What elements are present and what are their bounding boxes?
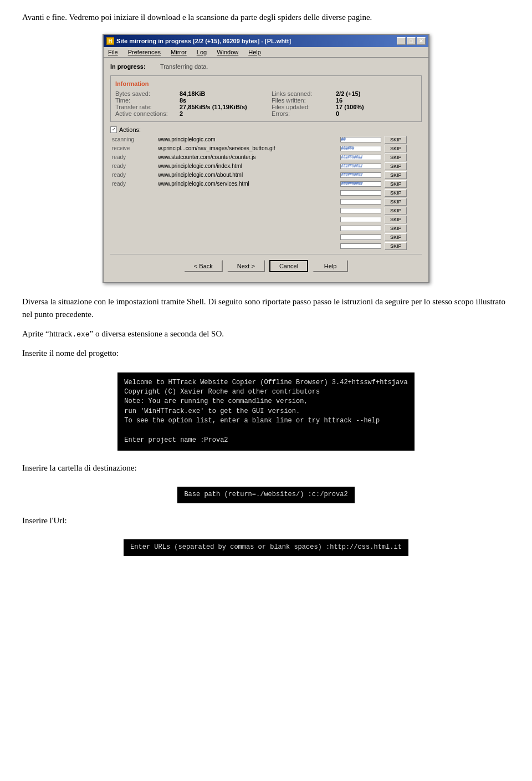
progress-bar-cell [339,242,383,251]
menu-log[interactable]: Log [195,48,209,56]
dialog-footer: < Back Next > Cancel Help [110,254,422,277]
table-row: ready www.principlelogic.com/about.html … [110,171,422,180]
status-cell: ready [110,153,156,162]
menu-file[interactable]: File [106,48,120,56]
url-cell: www.principlelogic.com/services.html [156,180,339,188]
dialog-content: In progress: Transferring data. Informat… [104,58,428,282]
skip-button[interactable]: SKIP [385,171,407,179]
progress-bar-cell: ########## [339,180,383,188]
info-row-files-written: Files written: 16 [272,97,417,104]
skip-cell: SKIP [383,197,422,206]
url-cell [156,242,339,251]
terminal1-container: Welcome to HTTrack Website Copier (Offli… [22,367,510,457]
bytes-val: 84,18KiB [180,90,205,97]
section2-para3: Aprite “httrack.exe” o diversa estension… [22,328,510,340]
titlebar-left: H Site mirroring in progress [2/2 (+15),… [106,37,291,45]
status-cell: ready [110,180,156,188]
menu-mirror[interactable]: Mirror [168,48,189,56]
cancel-button[interactable]: Cancel [269,260,308,272]
files-updated-val: 17 (106%) [336,104,364,110]
transfer-key: Transfer rate: [115,104,176,110]
skip-button[interactable]: SKIP [385,207,407,215]
skip-button[interactable]: SKIP [385,198,407,206]
table-row: SKIP [110,233,422,242]
info-row-time: Time: 8s [115,97,260,104]
skip-cell: SKIP [383,224,422,233]
url-cell [156,206,339,215]
progress-bar-cell: ## [339,135,383,144]
exe-code: .exe [72,330,89,339]
transfer-val: 27,85KiB/s (11,19KiB/s) [180,104,247,110]
back-button[interactable]: < Back [184,260,223,272]
skip-button[interactable]: SKIP [385,242,407,250]
skip-button[interactable]: SKIP [385,224,407,232]
info-row-files-updated: Files updated: 17 (106%) [272,104,417,110]
connections-val: 2 [180,110,183,117]
section2-para1: Diversa la situazione con le impostazion… [22,295,510,321]
status-cell: ready [110,162,156,171]
skip-button[interactable]: SKIP [385,145,407,152]
info-box: Information Bytes saved: 84,18KiB Time: … [110,75,422,122]
files-written-key: Files written: [272,97,332,104]
status-cell [110,242,156,251]
maximize-button[interactable]: □ [407,37,416,45]
table-row: ready www.principlelogic.com/services.ht… [110,180,422,188]
actions-label: Actions: [119,126,141,133]
skip-button[interactable]: SKIP [385,154,407,161]
skip-button[interactable]: SKIP [385,180,407,188]
errors-key: Errors: [272,110,332,117]
progress-section: In progress: Transferring data. [110,63,422,70]
next-button[interactable]: Next > [227,260,265,272]
status-cell [110,188,156,197]
url-cell [156,197,339,206]
table-row: SKIP [110,224,422,233]
actions-checkbox[interactable]: ✓ [110,126,117,133]
app-icon: H [106,37,114,45]
help-button[interactable]: Help [313,260,348,272]
in-progress-label: In progress: [110,63,155,70]
menu-window[interactable]: Window [214,48,241,56]
table-row: SKIP [110,188,422,197]
time-key: Time: [115,97,176,104]
info-col-left: Bytes saved: 84,18KiB Time: 8s Transfer … [115,90,260,117]
menu-help[interactable]: Help [246,48,263,56]
menu-preferences[interactable]: Preferences [126,48,163,56]
skip-button[interactable]: SKIP [385,136,407,144]
url-cell [156,224,339,233]
url-cell [156,215,339,224]
skip-button[interactable]: SKIP [385,189,407,197]
url-cell: www.principlelogic.com [156,135,339,144]
titlebar-buttons[interactable]: _ □ ✕ [397,37,426,45]
links-val: 2/2 (+15) [336,90,360,97]
table-row: SKIP [110,197,422,206]
actions-header: ✓ Actions: [110,126,422,133]
skip-cell: SKIP [383,233,422,242]
table-row: receive w.principl...com/nav_images/serv… [110,144,422,153]
table-row: ready www.statcounter.com/counter/counte… [110,153,422,162]
bytes-key: Bytes saved: [115,90,176,97]
skip-cell: SKIP [383,206,422,215]
skip-cell: SKIP [383,215,422,224]
minimize-button[interactable]: _ [397,37,406,45]
skip-button[interactable]: SKIP [385,233,407,241]
skip-cell: SKIP [383,144,422,153]
errors-val: 0 [336,110,339,117]
terminal1: Welcome to HTTrack Website Copier (Offli… [117,372,414,451]
section2-text1: Diversa la situazione con le impostazion… [22,297,505,319]
skip-button[interactable]: SKIP [385,216,407,223]
progress-bar-cell [339,215,383,224]
skip-cell: SKIP [383,153,422,162]
info-col-right: Links scanned: 2/2 (+15) Files written: … [272,90,417,117]
time-val: 8s [180,97,186,104]
screenshot-container: H Site mirroring in progress [2/2 (+15),… [22,34,510,283]
url-cell [156,188,339,197]
close-button[interactable]: ✕ [417,37,426,45]
skip-cell: SKIP [383,188,422,197]
skip-button[interactable]: SKIP [385,162,407,170]
intro-para: Avanti e fine. Vedremo poi iniziare il d… [22,11,510,24]
status-cell: ready [110,171,156,180]
progress-bar-cell [339,197,383,206]
progress-bar-cell: ###### [339,144,383,153]
table-row: SKIP [110,206,422,215]
section3-label: Inserire la cartella di destinazione: [22,462,510,474]
